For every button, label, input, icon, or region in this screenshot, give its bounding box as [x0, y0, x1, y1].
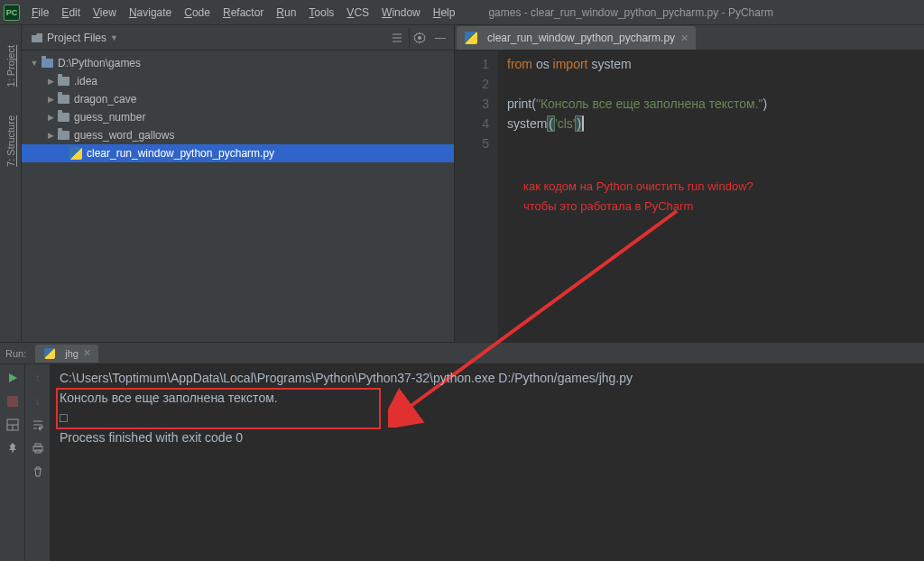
- project-panel-title[interactable]: Project Files ▼: [25, 30, 124, 46]
- project-panel-header: Project Files ▼ —: [22, 25, 454, 51]
- console-output[interactable]: C:\Users\Toptimum\AppData\Local\Programs…: [51, 364, 924, 561]
- menu-item-run[interactable]: Run: [270, 3, 302, 23]
- tree-root[interactable]: ▼ D:\Python\games: [22, 54, 454, 72]
- run-tab-label: jhg: [65, 348, 79, 359]
- annotation-text: как кодом на Python очистить run window?…: [523, 177, 753, 216]
- editor-tab[interactable]: clear_run_window_python_pycharm.py ✕: [457, 26, 696, 50]
- menu-item-file[interactable]: File: [25, 3, 55, 23]
- menu-item-edit[interactable]: Edit: [55, 3, 87, 23]
- close-icon[interactable]: ✕: [83, 347, 91, 359]
- line-gutter: 12345: [455, 51, 498, 342]
- console-line: Process finished with exit code 0: [60, 428, 915, 447]
- project-panel: Project Files ▼ — ▼ D:\Python\games ▶.id…: [22, 25, 455, 342]
- tree-folder[interactable]: ▶guess_number: [22, 108, 454, 126]
- run-label: Run:: [5, 348, 26, 359]
- minimize-panel-icon[interactable]: —: [430, 28, 450, 48]
- trash-icon[interactable]: [28, 462, 48, 482]
- code-area[interactable]: from os import system print("Консоль все…: [498, 51, 924, 342]
- editor-panel: clear_run_window_python_pycharm.py ✕ 123…: [455, 25, 924, 342]
- menu-item-refactor[interactable]: Refactor: [217, 3, 270, 23]
- editor-tab-bar: clear_run_window_python_pycharm.py ✕: [455, 25, 924, 51]
- tree-folder[interactable]: ▶dragon_cave: [22, 90, 454, 108]
- svg-rect-6: [35, 444, 41, 446]
- tab-structure[interactable]: 7: Structure: [4, 110, 18, 172]
- highlight-box: [56, 388, 381, 429]
- menu-item-tools[interactable]: Tools: [302, 3, 340, 23]
- tree-file-selected[interactable]: clear_run_window_python_pycharm.py: [22, 144, 454, 162]
- project-panel-title-text: Project Files: [47, 32, 106, 44]
- run-header: Run: jhg ✕: [0, 343, 924, 364]
- window-title: games - clear_run_window_python_pycharm.…: [488, 6, 772, 19]
- title-bar: PC FileEditViewNavigateCodeRefactorRunTo…: [0, 0, 924, 25]
- svg-rect-1: [7, 396, 18, 407]
- run-left-toolbar: [0, 364, 25, 561]
- run-panel: Run: jhg ✕ ↑ ↓ C:\Users\Toptimum\AppData…: [0, 342, 924, 561]
- gear-icon[interactable]: [409, 28, 429, 48]
- run-tab[interactable]: jhg ✕: [35, 345, 98, 363]
- wrap-icon[interactable]: [28, 415, 48, 435]
- menu-item-navigate[interactable]: Navigate: [123, 3, 178, 23]
- menu-item-code[interactable]: Code: [178, 3, 217, 23]
- menu-item-window[interactable]: Window: [375, 3, 427, 23]
- left-tool-gutter: 1: Project 7: Structure: [0, 25, 22, 342]
- app-icon: PC: [4, 5, 20, 21]
- tree-folder[interactable]: ▶guess_word_gallows: [22, 126, 454, 144]
- close-icon[interactable]: ✕: [680, 32, 688, 44]
- layout-icon[interactable]: [3, 415, 23, 435]
- up-icon: ↑: [28, 368, 48, 388]
- collapse-all-icon[interactable]: [387, 28, 407, 48]
- stop-icon: [3, 391, 23, 411]
- tab-project[interactable]: 1: Project: [4, 40, 18, 92]
- pin-icon[interactable]: [3, 438, 23, 458]
- tree-folder[interactable]: ▶.idea: [22, 72, 454, 90]
- project-tree[interactable]: ▼ D:\Python\games ▶.idea▶dragon_cave▶gue…: [22, 51, 454, 342]
- tree-root-label: D:\Python\games: [58, 57, 141, 69]
- editor-tab-label: clear_run_window_python_pycharm.py: [487, 32, 675, 44]
- down-icon: ↓: [28, 391, 48, 411]
- console-line: C:\Users\Toptimum\AppData\Local\Programs…: [60, 368, 915, 388]
- run-play-icon[interactable]: [3, 368, 23, 388]
- tree-file-label: clear_run_window_python_pycharm.py: [87, 147, 274, 160]
- print-icon[interactable]: [28, 438, 48, 458]
- run-mid-toolbar: ↑ ↓: [25, 364, 51, 561]
- menu-item-vcs[interactable]: VCS: [340, 3, 375, 23]
- menu-item-help[interactable]: Help: [427, 3, 462, 23]
- menu-item-view[interactable]: View: [87, 3, 123, 23]
